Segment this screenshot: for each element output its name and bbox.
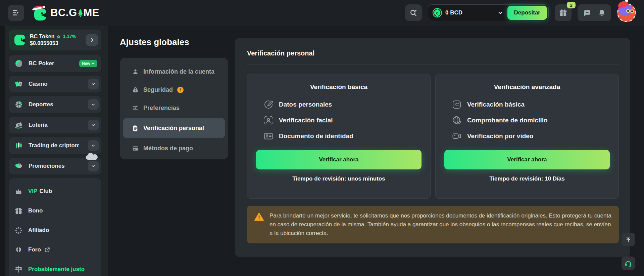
chat-button[interactable] bbox=[580, 5, 594, 20]
scroll-to-top-button[interactable] bbox=[622, 233, 635, 246]
advanced-item-video-verification: Verificación por video bbox=[452, 131, 610, 141]
foro-label: Foro bbox=[28, 246, 41, 253]
search-button[interactable] bbox=[405, 4, 422, 21]
menu-item-label: Verificación personal bbox=[143, 125, 204, 132]
logo-text-left: BC.G bbox=[50, 7, 77, 19]
vip-club-label: Club bbox=[39, 188, 52, 195]
cloud-decoration bbox=[85, 153, 99, 160]
token-price: $0.0055053 bbox=[30, 40, 76, 47]
wallet-chevron[interactable] bbox=[497, 10, 503, 16]
bc-mascot-icon bbox=[32, 5, 48, 21]
divider bbox=[247, 65, 619, 65]
loteria-expand-chevron[interactable] bbox=[88, 120, 99, 130]
affiliate-network-icon bbox=[14, 226, 23, 235]
deportes-expand-chevron[interactable] bbox=[88, 99, 99, 110]
token-change-percent: 1.17% bbox=[63, 34, 76, 40]
crown-icon bbox=[14, 187, 23, 196]
notifications-button[interactable] bbox=[594, 5, 609, 20]
sidebar-item-foro[interactable]: Foro bbox=[9, 240, 101, 260]
globe-edit-icon bbox=[452, 115, 462, 125]
menu-item-preferences[interactable]: Preferencias bbox=[123, 99, 225, 117]
verification-panel: Verificación personal Verificación básic… bbox=[235, 38, 630, 257]
sidebar-item-provably-fair[interactable]: Probablemente justo bbox=[9, 260, 101, 276]
hamburger-icon bbox=[12, 8, 20, 17]
settings-column: Ajustes globales Información de la cuent… bbox=[108, 26, 236, 276]
deposit-button[interactable]: Depositar bbox=[507, 6, 547, 20]
scroll-top-icon bbox=[625, 236, 632, 243]
sidebar-item-label: Trading de criptomor bbox=[29, 142, 79, 149]
verify-now-button-advanced[interactable]: Verificar ahora bbox=[444, 150, 610, 169]
advanced-item-label: Verificación por video bbox=[467, 132, 533, 140]
video-camera-icon bbox=[452, 131, 462, 141]
currency-dropdown[interactable]: c 0 BCD bbox=[432, 8, 462, 18]
advanced-item-label: Verificación básica bbox=[467, 101, 525, 108]
token-name: BC Token bbox=[30, 33, 54, 40]
promo-tags-icon bbox=[14, 162, 23, 170]
checklist-icon bbox=[452, 100, 462, 110]
basic-item-label: Verificación facial bbox=[279, 117, 333, 124]
chevron-down-icon bbox=[91, 143, 96, 148]
external-link-icon bbox=[44, 247, 50, 253]
forum-icon bbox=[14, 246, 23, 254]
sidebar-item-trading[interactable]: Trading de criptomor bbox=[9, 137, 101, 154]
notice-text: Para brindarte un mejor servicio, te sol… bbox=[269, 211, 611, 238]
sidebar-item-deportes[interactable]: Deportes bbox=[9, 96, 101, 113]
menu-item-payment-methods[interactable]: Métodos de pago bbox=[123, 139, 225, 157]
menu-item-security[interactable]: Seguridad ! bbox=[123, 81, 225, 99]
lottery-ticket-icon bbox=[14, 121, 23, 129]
advanced-verification-title: Verificación avanzada bbox=[444, 83, 610, 91]
basic-review-time: Tiempo de revisión: unos minutos bbox=[256, 175, 422, 182]
chevron-down-icon bbox=[91, 102, 96, 107]
casino-expand-chevron[interactable] bbox=[88, 79, 99, 89]
sidebar-item-casino[interactable]: Casino bbox=[9, 76, 101, 92]
menu-item-account-info[interactable]: Información de la cuenta bbox=[123, 63, 225, 81]
gift-icon bbox=[559, 8, 567, 17]
sidebar-item-bc-poker[interactable]: BC Poker New ✦ bbox=[9, 55, 101, 72]
poker-icon bbox=[14, 59, 23, 68]
bcgame-logo[interactable]: BC.G ME bbox=[32, 5, 99, 21]
face-scan-icon bbox=[263, 115, 274, 125]
wallet-selector: c 0 BCD Depositar bbox=[428, 4, 549, 21]
rewards-count-badge: 2 bbox=[567, 2, 576, 8]
chevron-down-icon bbox=[497, 10, 503, 16]
document-icon bbox=[132, 125, 139, 132]
provably-fair-icon bbox=[14, 265, 23, 274]
basic-item-identity-document: Documento de identidad bbox=[263, 131, 422, 141]
advanced-item-label: Comprobante de domicilio bbox=[467, 117, 548, 124]
headset-icon bbox=[624, 259, 632, 267]
preferences-icon bbox=[132, 105, 139, 112]
vip-accent-text: VIP bbox=[28, 188, 37, 195]
bc-token-card[interactable]: BC Token 1.17% $0.0055053 bbox=[9, 30, 101, 50]
page-left-edge bbox=[0, 26, 5, 276]
bcd-coin-icon: c bbox=[432, 8, 442, 18]
basic-item-facial-verification: Verificación facial bbox=[263, 115, 422, 125]
sidebar-toggle-button[interactable] bbox=[8, 5, 24, 21]
menu-item-label: Métodos de pago bbox=[143, 145, 193, 152]
sidebar-item-loteria[interactable]: Lotería bbox=[9, 117, 101, 133]
chevron-down-icon bbox=[91, 164, 96, 168]
bonus-gift-icon bbox=[14, 207, 23, 215]
advanced-review-time: Tiempo de revisión: 10 Días bbox=[444, 175, 610, 182]
navbar-right-cluster: c 0 BCD Depositar 2 bbox=[405, 3, 636, 22]
basic-item-label: Datos personales bbox=[279, 101, 332, 108]
trading-expand-chevron[interactable] bbox=[88, 140, 99, 151]
chat-icon bbox=[583, 9, 591, 17]
sidebar-item-label: Casino bbox=[29, 81, 48, 87]
menu-item-label: Preferencias bbox=[143, 105, 180, 112]
promociones-expand-chevron[interactable] bbox=[88, 161, 99, 171]
verify-now-button-basic[interactable]: Verificar ahora bbox=[256, 150, 422, 169]
lock-icon bbox=[132, 86, 139, 93]
warning-triangle-icon bbox=[254, 212, 264, 222]
chevron-down-icon bbox=[91, 82, 96, 86]
support-button[interactable] bbox=[622, 257, 635, 270]
basketball-icon bbox=[14, 100, 23, 109]
rewards-button[interactable]: 2 bbox=[555, 4, 572, 21]
sidebar-item-afiliado[interactable]: Afiliado bbox=[9, 221, 101, 240]
double-chevron-up-icon bbox=[56, 35, 61, 39]
user-avatar[interactable] bbox=[617, 3, 636, 22]
new-badge: New ✦ bbox=[79, 60, 97, 67]
sidebar-item-bono[interactable]: Bono bbox=[9, 201, 101, 221]
sidebar-item-vip-club[interactable]: VIP Club bbox=[9, 182, 101, 201]
token-expand-button[interactable] bbox=[86, 34, 98, 46]
menu-item-personal-verification[interactable]: Verificación personal bbox=[123, 118, 225, 138]
